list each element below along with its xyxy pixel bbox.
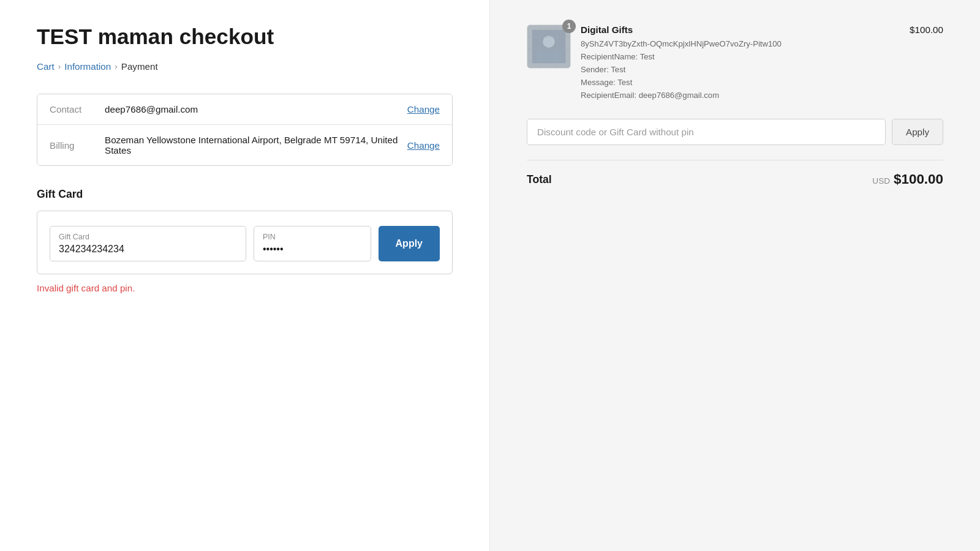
gift-card-number-label: Gift Card xyxy=(59,233,237,241)
product-badge: 1 xyxy=(562,20,576,33)
product-description: 8yShZ4VT3byZxth-OQmcKpjxlHNjPweO7voZry-P… xyxy=(581,37,900,102)
gift-card-pin-value: •••••• xyxy=(263,244,362,255)
breadcrumb-payment: Payment xyxy=(121,61,158,72)
billing-value: Bozeman Yellowstone International Airpor… xyxy=(105,135,407,156)
breadcrumb-cart[interactable]: Cart xyxy=(37,61,55,72)
total-label: Total xyxy=(527,173,552,186)
gift-card-title: Gift Card xyxy=(37,188,453,201)
billing-change-link[interactable]: Change xyxy=(407,140,440,151)
gift-card-inputs: Gift Card 324234234234 PIN •••••• Apply xyxy=(50,226,440,261)
discount-row: Apply xyxy=(527,119,943,145)
total-currency: USD xyxy=(872,176,890,186)
discount-input[interactable] xyxy=(527,119,886,145)
contact-change-link[interactable]: Change xyxy=(407,104,440,114)
total-row: Total USD $100.00 xyxy=(527,171,943,187)
svg-rect-3 xyxy=(536,50,562,61)
page-title: TEST maman checkout xyxy=(37,24,453,49)
right-panel: 1 Digital Gifts 8yShZ4VT3byZxth-OQmcKpjx… xyxy=(490,0,980,551)
gift-card-apply-button[interactable]: Apply xyxy=(379,226,440,261)
contact-row: Contact deep7686@gmail.com Change xyxy=(37,94,452,124)
breadcrumb: Cart › Information › Payment xyxy=(37,61,453,72)
billing-row: Billing Bozeman Yellowstone Internationa… xyxy=(37,124,452,165)
product-image-wrap: 1 xyxy=(527,24,571,69)
discount-apply-button[interactable]: Apply xyxy=(892,119,943,145)
svg-point-2 xyxy=(543,36,554,48)
product-row: 1 Digital Gifts 8yShZ4VT3byZxth-OQmcKpjx… xyxy=(527,24,943,102)
gift-card-number-field[interactable]: Gift Card 324234234234 xyxy=(50,226,246,261)
info-card: Contact deep7686@gmail.com Change Billin… xyxy=(37,94,453,166)
gift-card-section: Gift Card Gift Card 324234234234 PIN •••… xyxy=(37,188,453,293)
contact-value: deep7686@gmail.com xyxy=(105,104,407,114)
gift-card-error-message: Invalid gift card and pin. xyxy=(37,283,453,293)
breadcrumb-sep-2: › xyxy=(115,62,118,71)
total-amount: $100.00 xyxy=(894,171,943,187)
contact-label: Contact xyxy=(50,104,105,114)
gift-card-number-value: 324234234234 xyxy=(59,244,237,255)
product-price: $100.00 xyxy=(910,24,943,102)
product-name: Digital Gifts xyxy=(581,24,900,35)
product-details: Digital Gifts 8yShZ4VT3byZxth-OQmcKpjxlH… xyxy=(581,24,900,102)
billing-label: Billing xyxy=(50,140,105,151)
breadcrumb-sep-1: › xyxy=(58,62,61,71)
gift-card-pin-label: PIN xyxy=(263,233,362,241)
total-divider xyxy=(527,160,943,160)
left-panel: TEST maman checkout Cart › Information ›… xyxy=(0,0,490,551)
gift-card-box: Gift Card 324234234234 PIN •••••• Apply xyxy=(37,211,453,274)
total-value-wrap: USD $100.00 xyxy=(872,171,943,187)
breadcrumb-information[interactable]: Information xyxy=(64,61,111,72)
gift-card-pin-field[interactable]: PIN •••••• xyxy=(254,226,371,261)
